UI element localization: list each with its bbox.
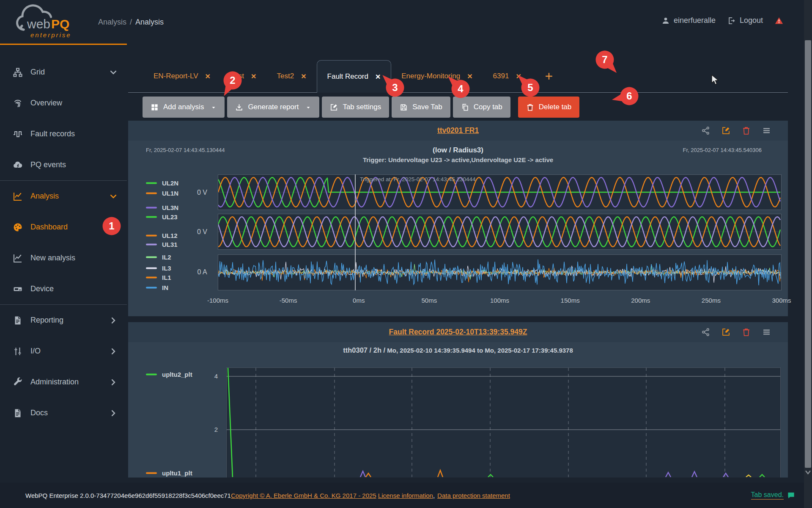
scrollbar-thumb[interactable] — [805, 40, 811, 468]
trend-subtitle: tth0307 / 2h / Mo, 2025-02-10 14:39:35.9… — [128, 346, 788, 354]
sidebar-item-reporting[interactable]: Reporting — [0, 305, 127, 336]
sidebar-item-grid[interactable]: Grid — [0, 57, 127, 88]
webpq-logo[interactable]: webPQ enterprise — [14, 2, 86, 42]
sidebar-item-dashboard[interactable]: Dashboard — [0, 212, 127, 243]
delete-tab-button[interactable]: Delete tab — [518, 97, 580, 118]
tab-6391[interactable]: 6391✕ — [483, 60, 532, 92]
sidebar-item-administration[interactable]: Administration — [0, 367, 127, 398]
footer-privacy-link[interactable]: Data protection statement — [437, 492, 510, 499]
button-label: Save Tab — [412, 103, 442, 111]
file-icon — [13, 315, 23, 326]
tab-close-icon[interactable]: ✕ — [205, 72, 211, 80]
legend-item-ul3n[interactable]: UL3N — [146, 204, 178, 211]
tab-fault-record[interactable]: Fault Record✕ — [317, 60, 392, 93]
header-actions: einerfueralle Logout — [661, 16, 783, 25]
sitemap-icon — [13, 67, 23, 77]
sidebar-item-new-analysis[interactable]: New analysis — [0, 243, 127, 273]
edit-icon[interactable] — [721, 126, 730, 135]
panel-title-link[interactable]: ttv0201 FR1 — [437, 126, 479, 135]
breadcrumb-parent[interactable]: Analysis — [98, 18, 126, 26]
button-label: Tab settings — [343, 103, 381, 111]
legend-swatch — [146, 216, 157, 218]
share-icon[interactable] — [701, 328, 710, 337]
alert-warning-icon[interactable] — [775, 17, 783, 25]
chartline-icon — [13, 253, 23, 263]
generate-report-button[interactable]: Generate report — [227, 97, 319, 118]
legend-swatch — [146, 472, 157, 474]
add-analysis-button[interactable]: Add analysis — [143, 97, 225, 118]
x-axis-tick: -50ms — [280, 297, 297, 304]
legend-item-ul23[interactable]: UL23 — [146, 213, 178, 221]
chevron-right-icon — [109, 347, 118, 356]
sidebar-item-pq-events[interactable]: PQ events — [0, 149, 127, 180]
legend-swatch — [146, 235, 157, 236]
waveform-subplot-3[interactable] — [218, 254, 782, 290]
trash-icon[interactable] — [742, 126, 751, 135]
legend-label: UL2N — [162, 179, 178, 187]
share-icon[interactable] — [701, 126, 710, 135]
legend-item-in[interactable]: IN — [146, 284, 168, 291]
tab-label: Energy-Monitoring — [401, 72, 460, 80]
legend-item-ul31[interactable]: UL31 — [146, 241, 178, 248]
bars-icon[interactable] — [762, 126, 771, 135]
sidebar-item-label: Dashboard — [30, 223, 118, 232]
sidebar-item-fault-records[interactable]: Fault records — [0, 119, 127, 149]
tab-close-icon[interactable]: ✕ — [467, 72, 472, 80]
legend-item-ul12[interactable]: UL12 — [146, 232, 178, 239]
y-axis-label: 0 A — [197, 268, 207, 276]
edit-icon[interactable] — [721, 328, 730, 337]
copy-icon — [461, 103, 469, 111]
sidebar-item-label: Fault records — [30, 130, 118, 138]
legend-label: UL3N — [162, 204, 178, 211]
panel-header: Fault Record 2025-02-10T13:39:35.949Z — [128, 322, 788, 342]
waveform-subplot-1[interactable] — [218, 174, 782, 210]
tab-saved-status: Tab saved. — [751, 491, 784, 500]
trash-icon — [526, 103, 534, 111]
save-tab-button[interactable]: Save Tab — [392, 97, 450, 118]
legend-swatch — [146, 276, 157, 278]
button-label: Add analysis — [163, 103, 204, 111]
tab-settings-button[interactable]: Tab settings — [322, 97, 389, 118]
editsq-icon — [330, 103, 338, 111]
sidebar-item-label: Device — [30, 284, 118, 293]
sidebar-item-overview[interactable]: Overview — [0, 88, 127, 119]
copy-tab-button[interactable]: Copy tab — [453, 97, 510, 118]
add-tab-button[interactable] — [538, 60, 560, 92]
tab-close-icon[interactable]: ✕ — [251, 72, 256, 80]
logout-button[interactable]: Logout — [727, 16, 763, 25]
scrollbar-track[interactable] — [804, 0, 812, 508]
sidebar-item-i-o[interactable]: I/O — [0, 336, 127, 367]
waveform-subplot-2[interactable] — [218, 214, 782, 250]
button-label: Delete tab — [539, 103, 572, 111]
trend-plot-area[interactable] — [226, 367, 781, 478]
io-icon — [13, 346, 23, 356]
legend-item-upltu1-plt[interactable]: upltu1_plt — [146, 469, 192, 477]
sidebar-item-label: PQ events — [30, 160, 118, 169]
legend-item-ul1n[interactable]: UL1N — [146, 190, 178, 197]
sidebar-item-analysis[interactable]: Analysis — [0, 181, 127, 212]
footer-license-link[interactable]: License information — [378, 492, 433, 499]
x-axis-tick: 50ms — [422, 297, 437, 304]
bars-icon[interactable] — [762, 328, 771, 337]
legend-item-il1[interactable]: IL1 — [146, 274, 171, 281]
tab-close-icon[interactable]: ✕ — [516, 72, 521, 80]
user-menu[interactable]: einerfueralle — [661, 16, 716, 25]
legend-item-upltu2-plt[interactable]: upltu2_plt — [146, 371, 192, 378]
tab-energy-monitoring[interactable]: Energy-Monitoring✕ — [391, 60, 483, 92]
tab-close-icon[interactable]: ✕ — [375, 73, 381, 81]
trash-icon[interactable] — [742, 328, 751, 337]
tab-test2[interactable]: Test2✕ — [267, 60, 317, 92]
tab-en-report-lv[interactable]: EN-Report-LV✕ — [143, 60, 221, 92]
footer-copyright-link[interactable]: Copyright © A. Eberle GmbH & Co. KG 2017… — [231, 492, 376, 499]
sidebar-item-device[interactable]: Device — [0, 273, 127, 304]
fingerprint-icon — [13, 98, 23, 108]
legend-item-ul2n[interactable]: UL2N — [146, 179, 178, 187]
tab-close-icon[interactable]: ✕ — [301, 72, 306, 80]
legend-item-il3[interactable]: IL3 — [146, 265, 171, 272]
legend-item-il2[interactable]: IL2 — [146, 254, 171, 261]
doc-icon — [13, 408, 23, 418]
panel-title-link[interactable]: Fault Record 2025-02-10T13:39:35.949Z — [389, 328, 527, 337]
tab-test[interactable]: Test✕ — [221, 60, 267, 92]
sidebar-item-docs[interactable]: Docs — [0, 398, 127, 428]
sidebar-item-label: Reporting — [30, 316, 109, 325]
